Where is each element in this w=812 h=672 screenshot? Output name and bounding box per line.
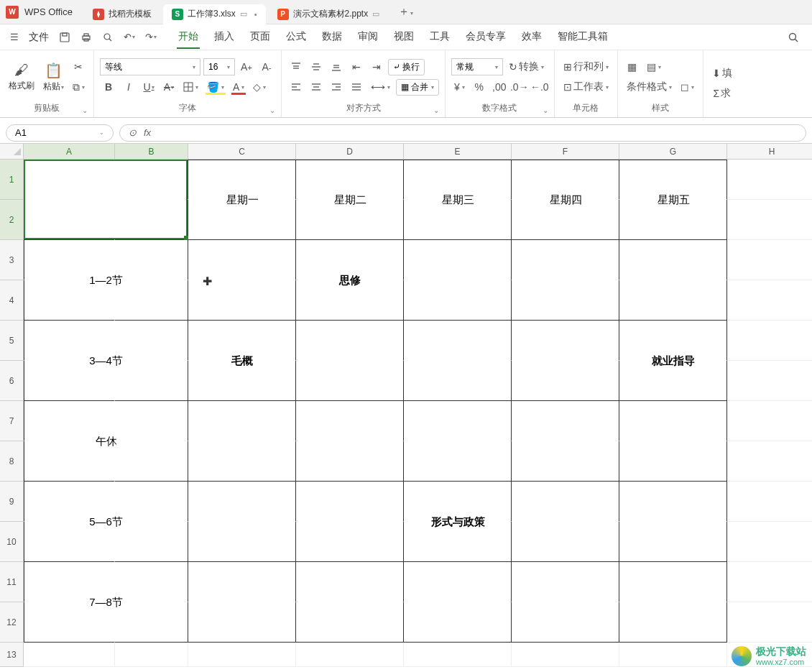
paste-button[interactable]: 📋粘贴▾ xyxy=(40,60,67,94)
cell[interactable] xyxy=(512,522,619,562)
cell[interactable] xyxy=(115,361,188,401)
file-menu[interactable]: 文件 xyxy=(29,31,49,44)
menu-item-9[interactable]: 效率 xyxy=(520,26,543,49)
cell[interactable] xyxy=(727,280,812,321)
expand-icon[interactable]: ⌄ xyxy=(543,106,548,114)
cell[interactable] xyxy=(619,160,727,200)
cell[interactable] xyxy=(296,401,404,441)
cell[interactable] xyxy=(727,522,812,562)
cell[interactable] xyxy=(619,200,727,240)
cell[interactable] xyxy=(24,562,115,602)
number-format-select[interactable]: 常规▾ xyxy=(451,58,503,75)
decrease-font-icon[interactable]: A- xyxy=(258,58,275,75)
expand-icon[interactable]: ⌄ xyxy=(433,106,439,114)
cell[interactable] xyxy=(115,280,188,321)
row-header-2[interactable]: 2 xyxy=(0,200,24,240)
cell[interactable] xyxy=(512,321,619,361)
cell[interactable] xyxy=(24,643,115,667)
menu-item-4[interactable]: 数据 xyxy=(320,26,343,49)
row-header-11[interactable]: 11 xyxy=(0,562,24,602)
font-name-select[interactable]: 等线▾ xyxy=(100,58,200,75)
cell[interactable] xyxy=(24,160,115,200)
cell[interactable] xyxy=(296,522,404,562)
comma-icon[interactable]: ,00 xyxy=(491,78,508,96)
cell[interactable] xyxy=(512,602,619,643)
increase-indent-icon[interactable]: ⇥ xyxy=(368,58,385,75)
justify-icon[interactable] xyxy=(348,78,365,96)
fill-button[interactable]: ⬇ 填 xyxy=(709,65,735,82)
fill-color-icon[interactable]: 🪣▾ xyxy=(204,78,227,96)
row-header-1[interactable]: 1 xyxy=(0,160,24,200)
cell[interactable] xyxy=(727,200,812,240)
cell[interactable] xyxy=(24,522,115,562)
cell[interactable] xyxy=(512,160,619,200)
align-left-icon[interactable] xyxy=(287,78,305,96)
cell[interactable] xyxy=(512,482,619,522)
preview-icon[interactable] xyxy=(98,29,118,46)
close-icon[interactable]: • xyxy=(254,10,257,19)
rows-cols-button[interactable]: ⊞ 行和列▾ xyxy=(560,58,612,75)
cell[interactable] xyxy=(115,401,188,441)
font-size-select[interactable]: 16▾ xyxy=(203,58,235,75)
expand-icon[interactable]: ⌄ xyxy=(269,106,275,114)
cell[interactable] xyxy=(404,240,512,280)
col-header-E[interactable]: E xyxy=(404,144,512,160)
col-header-G[interactable]: G xyxy=(619,144,727,160)
cell[interactable] xyxy=(727,160,812,200)
formula-input[interactable]: ⊙ fx xyxy=(119,124,806,142)
cell[interactable] xyxy=(727,321,812,361)
redo-icon[interactable]: ↷▾ xyxy=(141,29,161,45)
col-header-F[interactable]: F xyxy=(512,144,619,160)
cell[interactable] xyxy=(512,240,619,280)
col-header-A[interactable]: A xyxy=(24,144,115,160)
row-header-3[interactable]: 3 xyxy=(0,240,24,280)
cell[interactable] xyxy=(404,401,512,441)
border-icon[interactable]: ▾ xyxy=(180,78,201,96)
cell[interactable] xyxy=(296,643,404,667)
cell[interactable] xyxy=(115,643,188,667)
menu-item-5[interactable]: 审阅 xyxy=(356,26,379,49)
cell[interactable] xyxy=(404,522,512,562)
cell[interactable] xyxy=(188,401,296,441)
worksheet-button[interactable]: ⊡ 工作表▾ xyxy=(560,78,612,96)
cell[interactable] xyxy=(24,321,115,361)
cell[interactable] xyxy=(296,441,404,482)
cell[interactable] xyxy=(188,321,296,361)
align-center-icon[interactable] xyxy=(308,78,325,96)
cell[interactable] xyxy=(296,240,404,280)
sum-button[interactable]: Σ 求 xyxy=(709,85,735,102)
cell[interactable] xyxy=(727,240,812,280)
cell[interactable] xyxy=(115,602,188,643)
fx-icon[interactable]: fx xyxy=(144,127,151,138)
menu-item-0[interactable]: 开始 xyxy=(177,26,200,49)
strikethrough-icon[interactable]: A▾ xyxy=(160,78,177,96)
cancel-icon[interactable]: ⊙ xyxy=(129,127,137,138)
cell[interactable] xyxy=(404,643,512,667)
highlight-icon[interactable]: ◇▾ xyxy=(250,78,269,96)
cell[interactable] xyxy=(404,321,512,361)
cell[interactable] xyxy=(619,240,727,280)
cell[interactable] xyxy=(188,160,296,200)
cell[interactable] xyxy=(619,280,727,321)
cell[interactable] xyxy=(619,482,727,522)
cell[interactable] xyxy=(24,441,115,482)
cell[interactable] xyxy=(727,482,812,522)
cell[interactable] xyxy=(24,482,115,522)
cell[interactable] xyxy=(727,441,812,482)
percent-icon[interactable]: % xyxy=(471,78,488,96)
cell[interactable] xyxy=(619,361,727,401)
font-color-icon[interactable]: A▾ xyxy=(230,78,247,96)
print-icon[interactable] xyxy=(76,29,96,46)
cell[interactable] xyxy=(296,321,404,361)
table-style-icon[interactable]: ▦ xyxy=(624,58,641,75)
merge-cells-button[interactable]: ▦合并▾ xyxy=(396,79,439,96)
cell[interactable] xyxy=(296,602,404,643)
italic-icon[interactable]: I xyxy=(120,78,137,96)
cell[interactable] xyxy=(619,321,727,361)
row-header-5[interactable]: 5 xyxy=(0,321,24,361)
cell[interactable] xyxy=(619,562,727,602)
increase-font-icon[interactable]: A+ xyxy=(238,58,255,75)
increase-decimal-icon[interactable]: .0→ xyxy=(511,78,528,96)
bold-icon[interactable]: B xyxy=(100,78,117,96)
expand-icon[interactable]: ⌄ xyxy=(82,106,88,114)
